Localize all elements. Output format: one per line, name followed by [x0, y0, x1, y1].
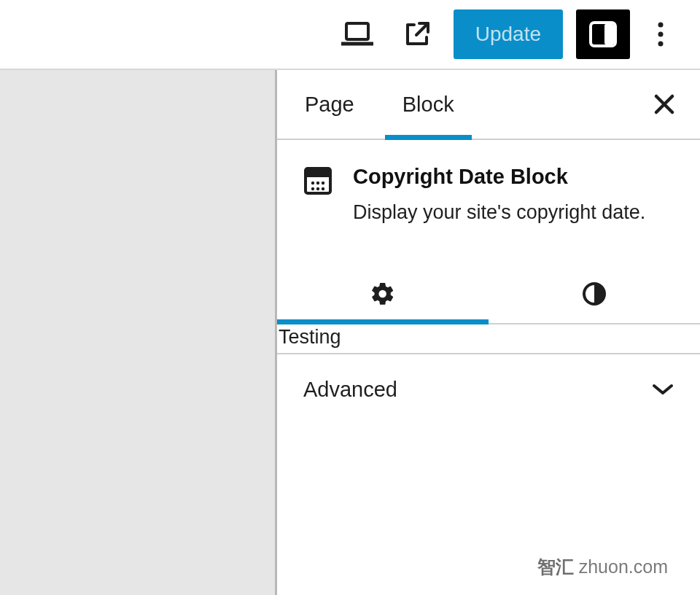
external-link-icon	[403, 20, 431, 48]
calendar-icon	[303, 166, 332, 195]
svg-point-15	[311, 187, 314, 190]
gear-icon	[370, 281, 396, 307]
panel-advanced-label: Advanced	[303, 378, 397, 402]
sidebar-tabs: Page Block	[277, 70, 700, 140]
sidebar-layout-icon	[588, 20, 618, 48]
editor-main: Page Block	[0, 70, 700, 595]
tab-block[interactable]: Block	[400, 70, 457, 139]
svg-point-13	[316, 182, 319, 184]
svg-rect-0	[346, 23, 368, 39]
block-title: Copyright Date Block	[353, 165, 645, 189]
svg-point-17	[322, 187, 324, 190]
editor-canvas[interactable]	[0, 70, 277, 595]
tab-page[interactable]: Page	[302, 70, 357, 139]
close-sidebar-button[interactable]	[653, 93, 675, 115]
tab-block-label: Block	[402, 93, 454, 117]
block-description: Display your site's copyright date.	[353, 199, 645, 225]
block-header: Copyright Date Block Display your site's…	[277, 140, 700, 238]
subtab-settings[interactable]	[277, 265, 489, 323]
contrast-icon	[582, 281, 607, 306]
more-options-button[interactable]	[643, 11, 678, 58]
update-button[interactable]: Update	[454, 9, 563, 59]
view-desktop-button[interactable]	[334, 11, 381, 58]
kebab-icon	[658, 22, 664, 47]
svg-point-14	[322, 182, 324, 184]
panel-testing: Testing	[277, 324, 700, 354]
view-external-button[interactable]	[394, 11, 440, 58]
chevron-down-icon	[652, 383, 674, 396]
block-icon-wrap	[303, 165, 332, 225]
editor-topbar: Update	[0, 0, 700, 70]
tab-page-label: Page	[305, 93, 354, 117]
svg-line-2	[416, 23, 428, 35]
settings-sidebar-toggle[interactable]	[576, 9, 630, 59]
block-header-text: Copyright Date Block Display your site's…	[353, 165, 645, 225]
panel-advanced[interactable]: Advanced	[277, 354, 700, 424]
svg-point-12	[311, 182, 314, 184]
settings-sidebar: Page Block	[277, 70, 700, 595]
svg-rect-11	[306, 168, 330, 177]
block-subtabs	[277, 265, 700, 324]
svg-point-7	[658, 42, 664, 47]
laptop-icon	[341, 22, 373, 47]
svg-point-5	[658, 23, 664, 28]
svg-point-16	[316, 187, 319, 190]
subtab-styles[interactable]	[489, 265, 700, 323]
update-button-label: Update	[475, 23, 541, 46]
close-icon	[653, 93, 675, 115]
svg-rect-4	[604, 24, 614, 44]
panel-testing-label: Testing	[279, 326, 341, 348]
svg-point-6	[658, 32, 664, 37]
